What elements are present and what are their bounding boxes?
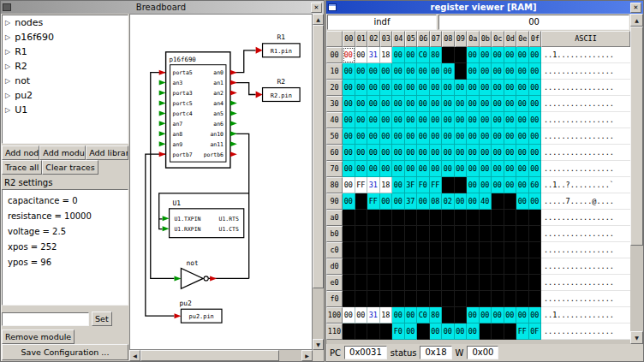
register-cell[interactable]: 00: [442, 145, 455, 161]
register-cell[interactable]: 18: [380, 307, 393, 323]
register-cell[interactable]: 00: [417, 112, 430, 128]
register-cell[interactable]: 00: [405, 161, 418, 177]
register-cell[interactable]: 00: [405, 323, 418, 340]
register-cell[interactable]: [480, 323, 492, 340]
tree-item-R2[interactable]: ▷R2: [3, 59, 128, 74]
register-cell[interactable]: [367, 275, 380, 291]
register-cell[interactable]: [380, 226, 393, 242]
register-cell[interactable]: 00: [455, 161, 468, 177]
register-cell[interactable]: [504, 291, 517, 307]
register-cell[interactable]: 00: [504, 47, 517, 63]
register-cell[interactable]: [417, 226, 430, 242]
register-cell[interactable]: 00: [492, 63, 504, 80]
register-cell[interactable]: 00: [529, 161, 542, 177]
register-cell[interactable]: 00: [405, 63, 418, 80]
register-cell[interactable]: 37: [405, 193, 418, 210]
register-cell[interactable]: [367, 323, 380, 340]
register-cell[interactable]: 00: [380, 128, 393, 145]
u1-module[interactable]: U1 U1.TXPINU1.RTSU1.RXPINU1.CTS: [163, 199, 244, 238]
register-cell[interactable]: 00: [442, 63, 455, 80]
register-cell[interactable]: [442, 258, 455, 275]
register-cell[interactable]: 00: [467, 63, 480, 80]
register-cell[interactable]: [367, 291, 380, 307]
register-cell[interactable]: 3F: [405, 177, 418, 193]
register-cell[interactable]: 00: [380, 63, 393, 80]
not-gate-icon[interactable]: [181, 268, 203, 288]
register-cell[interactable]: [405, 258, 418, 275]
register-cell[interactable]: [405, 291, 418, 307]
register-cell[interactable]: [417, 258, 430, 275]
register-cell[interactable]: 00: [504, 161, 517, 177]
register-cell[interactable]: [417, 291, 430, 307]
register-cell[interactable]: 00: [492, 47, 504, 63]
register-cell[interactable]: [417, 242, 430, 258]
register-cell[interactable]: 40: [480, 193, 492, 210]
register-cell[interactable]: 00: [417, 145, 430, 161]
register-cell[interactable]: [516, 275, 529, 291]
register-cell[interactable]: 00: [417, 193, 430, 210]
register-cell[interactable]: 00: [405, 145, 418, 161]
register-cell[interactable]: [455, 177, 468, 193]
register-cell[interactable]: 00: [492, 177, 504, 193]
register-cell[interactable]: [504, 323, 517, 340]
breadboard-canvas[interactable]: p16f690 porta5an3porta3portc5portc4an7an…: [129, 14, 313, 350]
register-cell[interactable]: [380, 291, 393, 307]
register-cell[interactable]: [417, 275, 430, 291]
register-cell[interactable]: 00: [480, 161, 492, 177]
register-cell[interactable]: [455, 258, 468, 275]
register-cell[interactable]: 00: [529, 193, 542, 210]
register-cell[interactable]: 00: [405, 307, 418, 323]
register-cell[interactable]: [343, 323, 355, 340]
register-cell[interactable]: 00: [405, 47, 418, 63]
scrollbar-track[interactable]: [313, 25, 324, 339]
register-cell[interactable]: [380, 275, 393, 291]
register-cell[interactable]: 00: [480, 96, 492, 112]
register-cell[interactable]: [343, 210, 355, 226]
register-cell[interactable]: 00: [504, 112, 517, 128]
register-cell[interactable]: 00: [529, 63, 542, 80]
register-cell[interactable]: 00: [392, 145, 405, 161]
register-cell[interactable]: [504, 258, 517, 275]
register-cell[interactable]: 00: [480, 80, 492, 96]
scroll-right-icon[interactable]: ▶: [301, 350, 313, 361]
register-cell[interactable]: 00: [355, 307, 368, 323]
register-cell[interactable]: [355, 258, 368, 275]
register-cell[interactable]: 00: [343, 96, 355, 112]
add-library-button[interactable]: Add library: [86, 145, 128, 160]
register-cell[interactable]: 00: [392, 47, 405, 63]
register-cell[interactable]: 00: [442, 323, 455, 340]
register-cell[interactable]: [529, 291, 542, 307]
register-cell[interactable]: 00: [467, 96, 480, 112]
register-cell[interactable]: [455, 47, 468, 63]
register-cell[interactable]: [367, 226, 380, 242]
register-cell[interactable]: [480, 226, 492, 242]
register-cell[interactable]: 00: [492, 80, 504, 96]
expander-icon[interactable]: ▷: [5, 77, 10, 85]
expander-icon[interactable]: ▷: [5, 62, 10, 70]
register-cell[interactable]: [455, 291, 468, 307]
register-cell[interactable]: FF: [367, 193, 380, 210]
register-cell[interactable]: 00: [492, 128, 504, 145]
register-cell[interactable]: [392, 210, 405, 226]
register-cell[interactable]: [442, 47, 455, 63]
register-cell[interactable]: 00: [430, 323, 443, 340]
register-cell[interactable]: 00: [392, 307, 405, 323]
register-cell[interactable]: [455, 210, 468, 226]
register-cell[interactable]: 00: [492, 307, 504, 323]
register-cell[interactable]: 00: [455, 145, 468, 161]
register-cell[interactable]: 02: [442, 193, 455, 210]
register-cell[interactable]: [516, 226, 529, 242]
register-cell[interactable]: 00: [467, 177, 480, 193]
register-cell[interactable]: [455, 242, 468, 258]
usart-box[interactable]: [170, 209, 244, 238]
register-cell[interactable]: 00: [455, 80, 468, 96]
register-cell[interactable]: [504, 275, 517, 291]
register-cell[interactable]: 00: [442, 112, 455, 128]
register-cell[interactable]: 00: [343, 161, 355, 177]
register-cell[interactable]: 00: [467, 193, 480, 210]
register-cell[interactable]: [442, 177, 455, 193]
register-cell[interactable]: 00: [417, 63, 430, 80]
register-cell[interactable]: C0: [417, 47, 430, 63]
register-cell[interactable]: 00: [516, 63, 529, 80]
register-cell[interactable]: [355, 323, 368, 340]
